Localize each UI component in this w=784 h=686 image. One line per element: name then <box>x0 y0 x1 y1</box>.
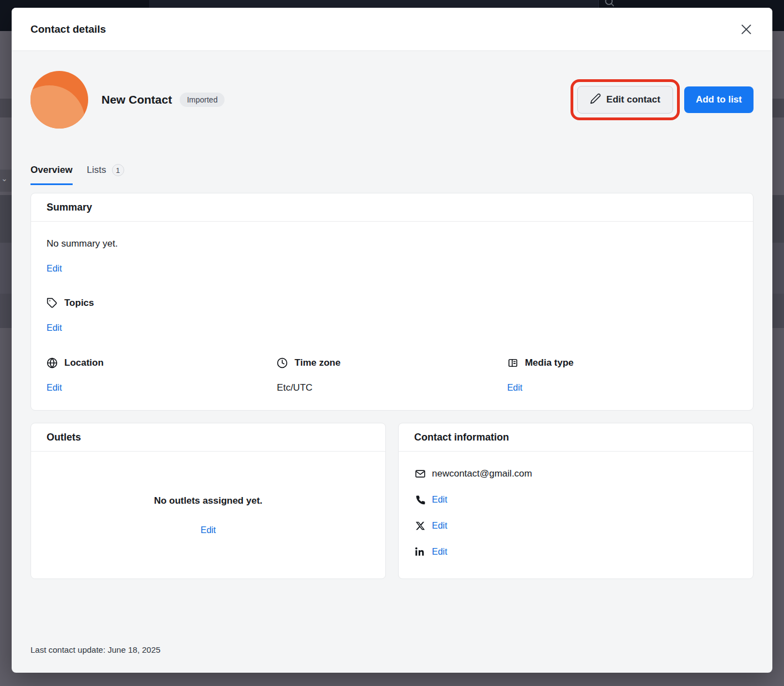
contact-header: New Contact Imported Edit contact Add to… <box>30 71 754 129</box>
phone-edit-link[interactable]: Edit <box>432 493 447 506</box>
x-twitter-icon <box>414 521 426 531</box>
phone-row: Edit <box>414 493 737 506</box>
meta-grid: Location Edit Time zone <box>47 356 737 395</box>
background-row-stripe <box>0 294 12 328</box>
tab-overview[interactable]: Overview <box>30 164 73 185</box>
timezone-label: Time zone <box>294 356 340 370</box>
search-icon[interactable] <box>604 0 615 7</box>
contact-name-wrap: New Contact Imported <box>101 93 225 107</box>
edit-contact-button[interactable]: Edit contact <box>577 86 673 114</box>
avatar <box>30 71 88 129</box>
location-label-row: Location <box>47 356 277 370</box>
tab-overview-label: Overview <box>30 165 73 176</box>
media-type-label: Media type <box>525 356 574 370</box>
topics-label: Topics <box>64 296 94 310</box>
pencil-icon <box>590 93 601 107</box>
background-row-stripe <box>0 195 12 243</box>
contact-name: New Contact <box>101 93 172 106</box>
globe-icon <box>47 357 58 368</box>
imported-badge: Imported <box>180 93 225 107</box>
x-row: Edit <box>414 519 737 533</box>
topics-section: Topics Edit <box>47 296 737 335</box>
background-row-stripe <box>772 195 784 243</box>
timezone-value: Etc/UTC <box>277 381 507 395</box>
summary-edit-link[interactable]: Edit <box>47 262 62 275</box>
phone-icon <box>414 495 426 505</box>
contact-information-body: newcontact@gmail.com Edit <box>399 452 753 574</box>
tab-lists[interactable]: Lists 1 <box>87 164 124 185</box>
close-icon[interactable] <box>737 20 756 39</box>
linkedin-icon <box>414 547 426 557</box>
outlets-empty-text: No outlets assigned yet. <box>154 494 263 508</box>
contact-information-card: Contact information newcontact@gmail.com <box>398 423 754 579</box>
contact-details-modal: Contact details New Contact Imported <box>12 8 772 673</box>
bottom-cards-row: Outlets No outlets assigned yet. Edit Co… <box>30 423 754 579</box>
outlets-card: Outlets No outlets assigned yet. Edit <box>30 423 386 579</box>
topics-edit-link[interactable]: Edit <box>47 321 62 335</box>
topics-label-row: Topics <box>47 296 737 310</box>
summary-title: Summary <box>31 193 753 222</box>
last-update-text: Last contact update: June 18, 2025 <box>30 645 160 654</box>
background-row-stripe <box>772 243 784 294</box>
lists-count-badge: 1 <box>112 164 124 176</box>
location-edit-link[interactable]: Edit <box>47 381 62 395</box>
email-value: newcontact@gmail.com <box>432 468 532 479</box>
background-row-stripe <box>772 294 784 328</box>
linkedin-row: Edit <box>414 545 737 559</box>
add-to-list-button[interactable]: Add to list <box>684 86 754 113</box>
modal-header: Contact details <box>12 8 772 51</box>
edit-contact-label: Edit contact <box>607 94 660 105</box>
header-actions: Edit contact Add to list <box>571 79 754 120</box>
summary-empty-text: No summary yet. <box>47 237 737 250</box>
clock-icon <box>277 357 288 368</box>
media-type-section: Media type Edit <box>507 356 737 395</box>
contact-information-title: Contact information <box>399 423 753 452</box>
location-label: Location <box>64 356 104 370</box>
outlets-edit-link[interactable]: Edit <box>201 524 216 537</box>
tabs: Overview Lists 1 <box>30 164 754 185</box>
tab-lists-label: Lists <box>87 165 106 176</box>
modal-body: New Contact Imported Edit contact Add to… <box>12 71 772 579</box>
email-row: newcontact@gmail.com <box>414 467 737 480</box>
media-type-label-row: Media type <box>507 356 737 370</box>
newspaper-icon <box>507 357 518 368</box>
modal-title: Contact details <box>30 23 106 35</box>
linkedin-edit-link[interactable]: Edit <box>432 545 447 559</box>
outlets-body: No outlets assigned yet. Edit <box>31 452 385 580</box>
summary-body: No summary yet. Edit Topics Edit <box>31 222 753 410</box>
tag-icon <box>47 298 58 309</box>
background-row-stripe <box>0 99 12 117</box>
background-row-stripe <box>0 243 12 294</box>
annotation-highlight: Edit contact <box>571 79 680 120</box>
summary-card: Summary No summary yet. Edit Topics <box>30 193 754 411</box>
background-row-stripe <box>772 99 784 117</box>
timezone-section: Time zone Etc/UTC <box>277 356 507 395</box>
location-section: Location Edit <box>47 356 277 395</box>
mail-icon <box>414 468 426 479</box>
chevron-down-icon: ⌄ <box>1 174 8 183</box>
timezone-label-row: Time zone <box>277 356 507 370</box>
x-edit-link[interactable]: Edit <box>432 519 447 533</box>
media-type-edit-link[interactable]: Edit <box>507 381 523 395</box>
outlets-title: Outlets <box>31 423 385 452</box>
